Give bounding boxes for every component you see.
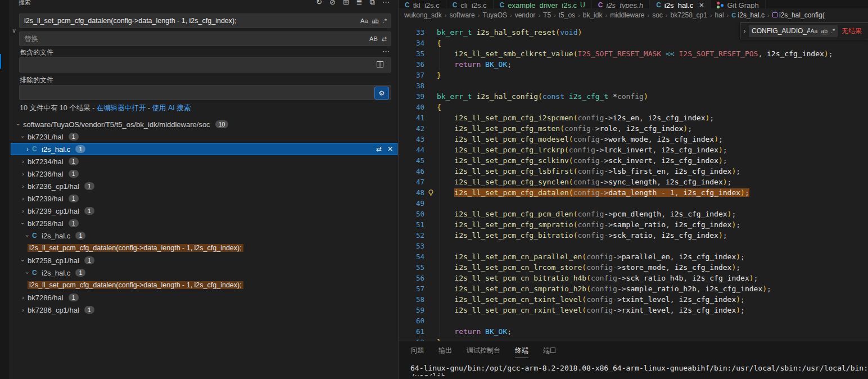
open-in-editor-icon[interactable]: ⧉ [370, 0, 375, 7]
line-number[interactable]: 55 [403, 263, 424, 272]
tab-cli-i2s-c[interactable]: Ccli_i2s.c [446, 0, 494, 8]
search-file-row[interactable]: ›Ci2s_hal.c1 [11, 267, 397, 279]
search-file-row[interactable]: ›Ci2s_hal.c1⇄✕ [11, 143, 397, 155]
find-input[interactable]: CONFIG_AUDIO_AD( Aaab.* [749, 25, 838, 37]
whole-word-toggle[interactable]: ab [821, 28, 828, 34]
tab-i2s-types-h[interactable]: Ci2s_types.h [592, 0, 650, 8]
breadcrumb-item[interactable]: hal [715, 11, 724, 19]
search-folder-row[interactable]: ›bk7236_cp1/hal1 [11, 180, 397, 192]
search-folder-row[interactable]: ›bk7258/hal1 [11, 217, 397, 229]
code-line[interactable]: 57 i2s_ll_set_pcm_cn_smpratio_h2b(config… [399, 283, 868, 294]
line-number[interactable]: 37 [403, 71, 424, 79]
code-line[interactable]: 58 i2s_ll_set_pcm_cn_txint_level(config-… [399, 294, 868, 305]
breadcrumb-item[interactable]: wukong_sdk [404, 11, 442, 19]
code-line[interactable]: 61 return BK_OK; [399, 326, 868, 337]
search-match-row[interactable]: i2s_ll_set_pcm_cfg_datalen(config->data_… [11, 279, 397, 291]
line-number[interactable]: 46 [403, 167, 424, 175]
search-match-row[interactable]: i2s_ll_set_pcm_cfg_datalen(config->data_… [11, 242, 397, 254]
breadcrumb-symbol-item[interactable]: i2s_hal_config( [772, 11, 825, 19]
search-folder-row[interactable]: ›bk7234/hal1 [11, 155, 397, 168]
ai-search-link[interactable]: 使用 AI 搜索 [152, 104, 191, 112]
search-input[interactable]: i2s_ll_set_pcm_cfg_datalen(config->data_… [19, 13, 391, 28]
files-to-include-input[interactable] [19, 57, 391, 73]
open-in-editor-link[interactable]: 在编辑器中打开 [97, 104, 146, 112]
code-line[interactable]: 60 [399, 315, 868, 326]
find-widget-expand-chevron[interactable]: › [740, 28, 749, 34]
code-line[interactable]: 37} [399, 70, 868, 80]
line-number[interactable]: 38 [403, 82, 424, 90]
line-number[interactable]: 43 [403, 135, 424, 143]
search-folder-row[interactable]: ›software/TuyaOS/vendor/T5/t5_os/bk_idk/… [11, 118, 397, 130]
breadcrumb-item[interactable]: bk7258_cp1 [671, 11, 707, 19]
replace-input[interactable]: 替换 AB⇄ [19, 31, 391, 46]
line-number[interactable]: 58 [403, 295, 424, 304]
line-number[interactable]: 52 [403, 231, 424, 240]
breadcrumb-item[interactable]: bk_idk [583, 11, 603, 19]
code-line[interactable]: 38 [399, 80, 868, 91]
view-as-tree-icon[interactable]: ≣ [356, 0, 363, 7]
line-number[interactable]: 42 [403, 124, 424, 133]
toggle-search-details-icon[interactable]: ⋯ [382, 47, 390, 56]
code-editor[interactable]: 33bk_err_t i2s_hal_soft_reset(void)34{35… [399, 21, 868, 341]
replace-all-button[interactable]: ⇄ [382, 35, 387, 43]
preserve-case-toggle[interactable]: AB [369, 35, 378, 42]
use-exclude-settings-toggle[interactable]: ⚙ [374, 87, 389, 100]
refresh-icon[interactable]: ↻ [316, 0, 322, 7]
line-number[interactable]: 54 [403, 252, 424, 261]
tab-example-driver-i2s-c[interactable]: Cexample_driver_i2s.cU [494, 0, 592, 8]
line-number[interactable]: 44 [403, 146, 424, 154]
panel-tab-问题[interactable]: 问题 [410, 346, 424, 358]
code-line[interactable]: 48 i2s_ll_set_pcm_cfg_datalen(config->da… [399, 187, 868, 198]
code-line[interactable]: 56 i2s_ll_set_pcm_cn_bitratio_h4b(config… [399, 273, 868, 283]
line-number[interactable]: 48 [403, 188, 424, 197]
search-folder-row[interactable]: ›bk723L/hal1 [11, 130, 397, 143]
breadcrumb-item[interactable]: software [449, 11, 474, 19]
line-number[interactable]: 40 [403, 103, 424, 111]
line-number[interactable]: 41 [403, 114, 424, 122]
code-line[interactable]: 44 i2s_ll_set_pcm_cfg_lrckrp(config->lrc… [399, 145, 868, 155]
line-number[interactable]: 61 [403, 327, 424, 336]
code-line[interactable]: 49 [399, 198, 868, 209]
replace-all-icon[interactable]: ⇄ [376, 145, 382, 153]
line-number[interactable]: 56 [403, 274, 424, 282]
line-number[interactable]: 53 [403, 242, 424, 250]
line-number[interactable]: 35 [403, 49, 424, 58]
code-line[interactable]: 54 i2s_ll_set_pcm_cn_parallel_en(config-… [399, 251, 868, 262]
tab-git-graph[interactable]: Git Graph [711, 0, 765, 8]
breadcrumb-item[interactable]: TuyaOS [482, 11, 507, 19]
code-line[interactable]: 53 [399, 241, 868, 251]
open-new-search-editor-icon[interactable]: ⊞ [343, 0, 349, 7]
code-line[interactable]: 59 i2s_ll_set_pcm_cn_rxint_level(config-… [399, 305, 868, 315]
more-actions-icon[interactable]: ⋯ [382, 0, 390, 7]
search-file-row[interactable]: ›Ci2s_hal.c1 [11, 229, 397, 242]
search-folder-row[interactable]: ›bk7239/hal1 [11, 192, 397, 205]
code-line[interactable]: 40{ [399, 102, 868, 112]
search-open-editors-toggle-icon[interactable] [377, 61, 383, 69]
match-case-toggle[interactable]: Aa [810, 28, 817, 34]
panel-tab-调试控制台[interactable]: 调试控制台 [467, 346, 500, 358]
toggle-replace-chevron[interactable]: ∨ [12, 27, 20, 34]
close-icon[interactable]: ✕ [699, 2, 704, 9]
terminal-output[interactable]: 64-linux-gnu/bin:/opt/gcc-arm-8.2-2018.0… [410, 364, 868, 376]
code-line[interactable]: 50 i2s_ll_set_pcm_cfg_pcm_dlen(config->p… [399, 209, 868, 219]
code-line[interactable]: 43 i2s_ll_set_pcm_cfg_modesel(config->wo… [399, 134, 868, 145]
code-line[interactable]: 52 i2s_ll_set_pcm_cfg_bitratio(config->s… [399, 230, 868, 241]
code-line[interactable]: 36 return BK_OK; [399, 59, 868, 70]
breadcrumb-item[interactable]: vendor [515, 11, 536, 19]
line-number[interactable]: 39 [403, 92, 424, 101]
breadcrumb-item[interactable]: middleware [610, 11, 644, 19]
activity-bar[interactable] [0, 0, 10, 379]
code-line[interactable]: 51 i2s_ll_set_pcm_cfg_smpratio(config->s… [399, 219, 868, 230]
line-number[interactable]: 36 [403, 60, 424, 69]
search-folder-row[interactable]: ›bk7286/hal1 [11, 291, 397, 304]
dismiss-icon[interactable]: ✕ [387, 145, 393, 153]
line-number[interactable]: 34 [403, 39, 424, 47]
line-number[interactable]: 59 [403, 306, 424, 314]
breadcrumb-item[interactable]: T5 [543, 11, 551, 19]
code-line[interactable]: 41 i2s_ll_set_pcm_cfg_i2spcmen(config->i… [399, 112, 868, 123]
line-number[interactable]: 49 [403, 199, 424, 207]
search-folder-row[interactable]: ›bk7258_cp1/hal1 [11, 254, 397, 267]
tab-i2s-hal-c[interactable]: Ci2s_hal.c✕ [650, 0, 711, 8]
search-folder-row[interactable]: ›bk7286_cp1/hal1 [11, 304, 397, 316]
code-line[interactable]: 46 i2s_ll_set_pcm_cfg_lsbfirst(config->l… [399, 166, 868, 177]
